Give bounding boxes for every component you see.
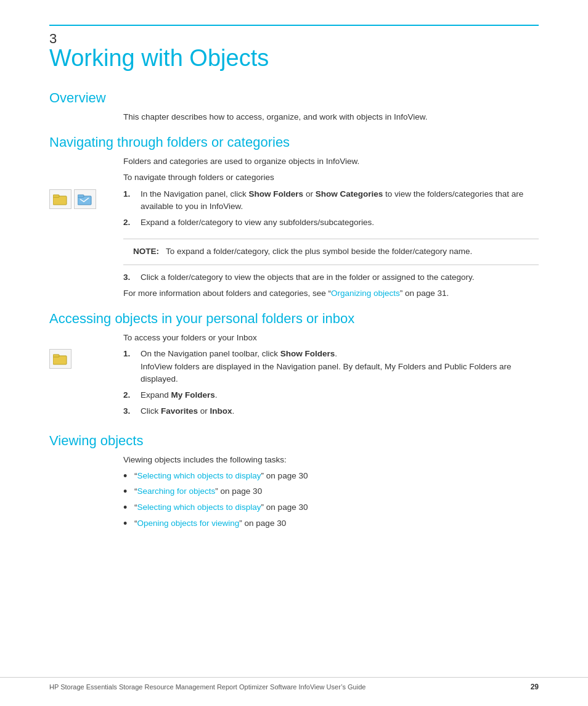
accessing-favorites-bold: Favorites (161, 406, 198, 416)
viewing-bullet-list: • “Selecting which objects to display” o… (123, 470, 539, 530)
organizing-objects-link[interactable]: Organizing objects (331, 289, 400, 298)
bullet-dot-4: • (123, 517, 134, 531)
step-num-1: 1. (123, 188, 141, 213)
accessing-step-1: 1. On the Navigation panel toolbar, clic… (123, 348, 539, 385)
navigating-footer-suffix: ” on page 31. (400, 289, 449, 298)
accessing-steps-container: 1. On the Navigation panel toolbar, clic… (49, 348, 539, 421)
step-num-3: 3. (123, 271, 141, 284)
bullet-item-3: • “Selecting which objects to display” o… (123, 501, 539, 515)
accessing-step-3: 3. Click Favorites or Inbox. (123, 405, 539, 417)
accessing-step-num-2: 2. (123, 389, 141, 401)
accessing-inbox-bold: Inbox (210, 406, 232, 416)
overview-body: This chapter describes how to access, or… (123, 111, 539, 123)
bullet-content-2: “Searching for objects” on page 30 (134, 485, 539, 499)
navigating-footer-text: For more information about folders and c… (123, 289, 331, 298)
navigating-steps-container: 1. In the Navigation panel, click Show F… (49, 188, 539, 233)
step-num-2: 2. (123, 216, 141, 229)
svg-rect-3 (78, 195, 84, 197)
accessing-show-folders-bold: Show Folders (280, 349, 335, 358)
accessing-step3-pre: Click (141, 406, 161, 416)
accessing-steps: 1. On the Navigation panel toolbar, clic… (123, 348, 539, 421)
accessing-step3-post: . (232, 406, 235, 416)
accessing-step-num-1: 1. (123, 348, 141, 385)
navigating-icon-column (49, 188, 123, 209)
svg-rect-1 (53, 195, 59, 197)
folder-icon-1 (49, 189, 71, 209)
bullet-dot-3: • (123, 501, 134, 515)
page: 3 Working with Objects Overview This cha… (0, 0, 588, 706)
footer-page-number: 29 (531, 683, 539, 691)
navigating-step-2: 2. Expand a folder/category to view any … (123, 216, 539, 229)
accessing-step-num-3: 3. (123, 405, 141, 417)
chapter-number: 3 (49, 32, 539, 46)
svg-rect-5 (53, 355, 59, 357)
accessing-step1-sub: InfoView folders are displayed in the Na… (141, 361, 539, 386)
bullet-item-1: • “Selecting which objects to display” o… (123, 470, 539, 483)
navigating-step-3-wrapper: 3. Click a folder/category to view the o… (123, 271, 539, 284)
note-box: NOTE: To expand a folder/category, click… (123, 239, 539, 265)
accessing-step-2: 2. Expand My Folders. (123, 389, 539, 401)
bullet-content-4: “Opening objects for viewing” on page 30 (134, 517, 539, 531)
section-heading-navigating: Navigating through folders or categories (49, 134, 539, 150)
page-footer: HP Storage Essentials Storage Resource M… (0, 677, 588, 691)
folder-icon-2 (74, 189, 96, 209)
step-1-content: In the Navigation panel, click Show Fold… (141, 188, 539, 213)
accessing-step2-pre: Expand (141, 390, 171, 400)
accessing-step1-pre: On the Navigation panel toolbar, click (141, 349, 280, 358)
step-2-content: Expand a folder/category to view any sub… (141, 216, 539, 229)
bullet-content-3: “Selecting which objects to display” on … (134, 501, 539, 515)
accessing-step-2-content: Expand My Folders. (141, 389, 539, 401)
top-border-line (49, 25, 539, 26)
footer-left-text: HP Storage Essentials Storage Resource M… (49, 683, 365, 691)
chapter-title: Working with Objects (49, 46, 539, 72)
accessing-step1-post: . (335, 349, 337, 358)
bullet-content-1: “Selecting which objects to display” on … (134, 470, 539, 483)
accessing-intro: To access your folders or your Inbox (123, 332, 539, 344)
navigating-intro2: To navigate through folders or categorie… (123, 171, 539, 184)
accessing-step2-post: . (215, 390, 218, 400)
step-3-content: Click a folder/category to view the obje… (141, 271, 539, 284)
bullet-suffix-2: ” on page 30 (215, 486, 262, 496)
bullet-link-1[interactable]: Selecting which objects to display (137, 471, 261, 480)
note-text: To expand a folder/category, click the p… (166, 247, 472, 256)
accessing-my-folders-bold: My Folders (171, 390, 215, 400)
navigating-step-1: 1. In the Navigation panel, click Show F… (123, 188, 539, 213)
bullet-suffix-4: ” on page 30 (239, 519, 286, 528)
bullet-suffix-1: ” on page 30 (261, 471, 308, 480)
bold-show-categories: Show Categories (316, 189, 383, 199)
navigating-footer: For more information about folders and c… (123, 287, 539, 300)
accessing-folder-icon (49, 349, 71, 369)
section-heading-viewing: Viewing objects (49, 433, 539, 449)
bullet-dot-2: • (123, 485, 134, 499)
accessing-icon-column (49, 348, 123, 369)
navigating-steps: 1. In the Navigation panel, click Show F… (123, 188, 539, 233)
accessing-step3-or: or (198, 406, 210, 416)
navigating-step-3: 3. Click a folder/category to view the o… (123, 271, 539, 284)
viewing-intro: Viewing objects includes the following t… (123, 454, 539, 466)
bold-show-folders: Show Folders (249, 189, 304, 199)
accessing-step-1-content: On the Navigation panel toolbar, click S… (141, 348, 539, 385)
section-heading-overview: Overview (49, 90, 539, 106)
bullet-link-3[interactable]: Selecting which objects to display (137, 503, 261, 512)
bullet-suffix-3: ” on page 30 (261, 503, 308, 512)
bullet-dot-1: • (123, 470, 134, 483)
bullet-item-2: • “Searching for objects” on page 30 (123, 485, 539, 499)
accessing-step-3-content: Click Favorites or Inbox. (141, 405, 539, 417)
navigating-intro1: Folders and categories are used to organ… (123, 155, 539, 168)
bullet-link-2[interactable]: Searching for objects (137, 486, 216, 496)
bullet-item-4: • “Opening objects for viewing” on page … (123, 517, 539, 531)
bullet-link-4[interactable]: Opening objects for viewing (137, 519, 240, 528)
section-heading-accessing: Accessing objects in your personal folde… (49, 311, 539, 327)
note-label: NOTE: (133, 247, 159, 256)
